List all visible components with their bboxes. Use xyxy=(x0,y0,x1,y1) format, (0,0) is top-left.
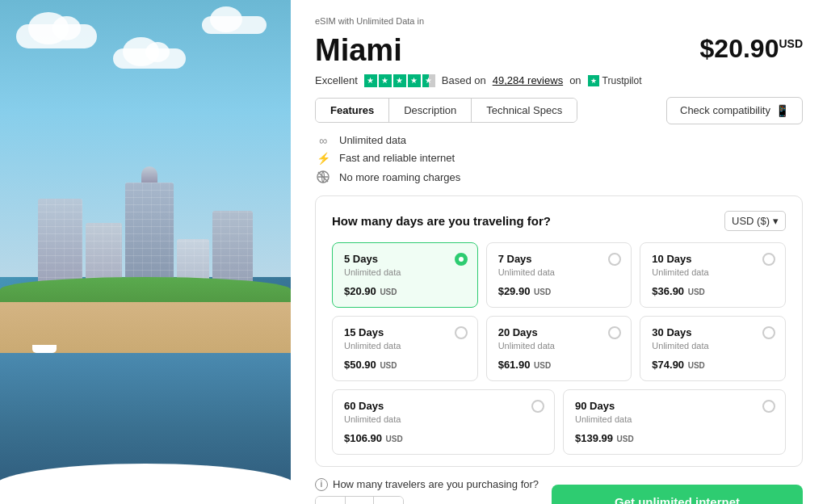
plan-price-30: $74.90 USD xyxy=(652,359,774,371)
quantity-increase-button[interactable]: + xyxy=(374,497,403,504)
no-roaming-icon xyxy=(315,170,331,186)
tabs-row: Features Description Technical Specs Che… xyxy=(315,97,803,124)
plan-days-30: 30 Days xyxy=(652,326,774,338)
plan-days-15: 15 Days xyxy=(344,326,466,338)
plan-data-60: Unlimited data xyxy=(344,414,543,424)
plan-radio-5 xyxy=(455,253,468,266)
feature-no-roaming: No more roaming charges xyxy=(315,170,803,186)
travelers-text: How many travelers are you purchasing fo… xyxy=(333,478,539,490)
plan-days-90: 90 Days xyxy=(575,400,774,412)
plan-price-5: $20.90 USD xyxy=(344,285,466,297)
rating-label: Excellent xyxy=(315,74,358,86)
plan-price-20: $61.90 USD xyxy=(498,359,620,371)
plan-price-60: $106.90 USD xyxy=(344,432,543,444)
currency-selector[interactable]: USD ($) ▾ xyxy=(724,211,786,231)
plan-data-30: Unlimited data xyxy=(652,341,774,351)
trustpilot-label: Trustpilot xyxy=(602,75,642,86)
plans-grid-bottom: 60 Days Unlimited data $106.90 USD 90 Da… xyxy=(332,389,786,455)
esim-label: eSIM with Unlimited Data in xyxy=(315,16,803,26)
info-icon: i xyxy=(315,478,328,491)
feature-text-unlimited: Unlimited data xyxy=(339,134,406,146)
plan-90-days[interactable]: 90 Days Unlimited data $139.99 USD xyxy=(563,389,786,455)
check-compat-label: Check compatibility xyxy=(680,104,770,116)
star-1: ★ xyxy=(364,74,377,87)
trustpilot-logo: ★ Trustpilot xyxy=(588,75,642,86)
trustpilot-star-icon: ★ xyxy=(588,75,599,86)
plan-radio-30 xyxy=(762,326,775,339)
plan-price-90: $139.99 USD xyxy=(575,432,774,444)
travelers-label: i How many travelers are you purchasing … xyxy=(315,478,539,491)
review-text: Based on xyxy=(442,74,486,86)
features-list: ∞ Unlimited data ⚡ Fast and reliable int… xyxy=(315,134,803,186)
check-compatibility-button[interactable]: Check compatibility 📱 xyxy=(666,97,803,124)
plan-data-90: Unlimited data xyxy=(575,414,774,424)
product-tabs: Features Description Technical Specs xyxy=(315,98,577,123)
hero-image-panel xyxy=(0,0,291,504)
star-2: ★ xyxy=(379,74,392,87)
cta-label: Get unlimited internet xyxy=(615,495,740,504)
bottom-row: i How many travelers are you purchasing … xyxy=(315,478,803,504)
pricing-header: How many days are you traveling for? USD… xyxy=(332,211,786,231)
star-rating: ★ ★ ★ ★ ★ xyxy=(364,74,435,87)
plan-data-5: Unlimited data xyxy=(344,267,466,277)
feature-text-fast: Fast and reliable internet xyxy=(339,152,455,164)
plan-30-days[interactable]: 30 Days Unlimited data $74.90 USD xyxy=(640,316,786,381)
chevron-down-icon: ▾ xyxy=(773,215,779,227)
plan-days-20: 20 Days xyxy=(498,326,620,338)
plan-days-5: 5 Days xyxy=(344,253,466,265)
plans-grid: 5 Days Unlimited data $20.90 USD 7 Days … xyxy=(332,242,786,381)
quantity-control: − 1 + xyxy=(315,496,404,504)
feature-unlimited-data: ∞ Unlimited data xyxy=(315,134,803,147)
pricing-section: How many days are you traveling for? USD… xyxy=(315,195,803,467)
feature-text-no-roaming: No more roaming charges xyxy=(339,171,460,183)
plan-radio-15 xyxy=(455,326,468,339)
quantity-decrease-button[interactable]: − xyxy=(316,497,345,504)
price-block: $20.90USD xyxy=(700,34,803,64)
city-name: Miami xyxy=(315,34,402,68)
plan-price-7: $29.90 USD xyxy=(498,285,620,297)
plan-radio-60 xyxy=(531,400,544,413)
tab-technical-specs[interactable]: Technical Specs xyxy=(472,99,577,122)
plan-price-15: $50.90 USD xyxy=(344,359,466,371)
plan-15-days[interactable]: 15 Days Unlimited data $50.90 USD xyxy=(332,316,478,381)
plan-days-10: 10 Days xyxy=(652,253,774,265)
product-panel: eSIM with Unlimited Data in Miami $20.90… xyxy=(291,0,827,504)
star-3: ★ xyxy=(393,74,406,87)
plan-data-20: Unlimited data xyxy=(498,341,620,351)
get-unlimited-internet-button[interactable]: Get unlimited internet xyxy=(552,485,803,504)
plan-data-10: Unlimited data xyxy=(652,267,774,277)
price-currency: USD xyxy=(779,37,803,50)
plan-data-15: Unlimited data xyxy=(344,341,466,351)
plan-days-7: 7 Days xyxy=(498,253,620,265)
plan-7-days[interactable]: 7 Days Unlimited data $29.90 USD xyxy=(486,242,632,308)
plan-10-days[interactable]: 10 Days Unlimited data $36.90 USD xyxy=(640,242,786,308)
plan-20-days[interactable]: 20 Days Unlimited data $61.90 USD xyxy=(486,316,632,381)
quantity-value: 1 xyxy=(345,497,374,504)
feature-fast-internet: ⚡ Fast and reliable internet xyxy=(315,152,803,165)
currency-label: USD ($) xyxy=(732,215,770,227)
rating-row: Excellent ★ ★ ★ ★ ★ Based on 49,284 revi… xyxy=(315,74,803,87)
plan-data-7: Unlimited data xyxy=(498,267,620,277)
infinity-icon: ∞ xyxy=(315,134,331,147)
tab-description[interactable]: Description xyxy=(389,99,472,122)
tab-features[interactable]: Features xyxy=(316,99,389,122)
lightning-icon: ⚡ xyxy=(315,152,331,165)
review-link[interactable]: 49,284 reviews xyxy=(493,74,563,86)
star-5-half: ★ xyxy=(422,74,435,87)
plan-price-10: $36.90 USD xyxy=(652,285,774,297)
plan-radio-90 xyxy=(762,400,775,413)
pricing-question: How many days are you traveling for? xyxy=(332,214,551,228)
plan-days-60: 60 Days xyxy=(344,400,543,412)
price-value: $20.90USD xyxy=(700,34,803,63)
header-row: Miami $20.90USD xyxy=(315,34,803,68)
plan-5-days[interactable]: 5 Days Unlimited data $20.90 USD xyxy=(332,242,478,308)
device-check-icon: 📱 xyxy=(775,104,789,117)
plan-radio-10 xyxy=(762,253,775,266)
plan-60-days[interactable]: 60 Days Unlimited data $106.90 USD xyxy=(332,389,555,455)
star-4: ★ xyxy=(408,74,421,87)
